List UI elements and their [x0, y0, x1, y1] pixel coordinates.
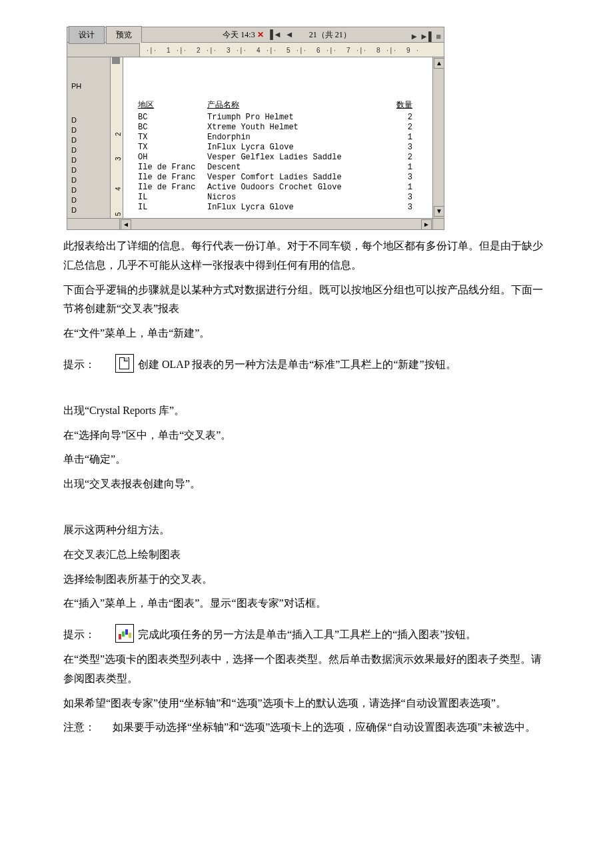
horizontal-ruler: · | · 1 · | · 2 · | · 3 · | · 4 · | · 5 … [67, 43, 444, 57]
paragraph: 单击“确定”。 [63, 450, 550, 469]
stop-icon[interactable]: ■ [436, 29, 441, 44]
section-ph: PH [71, 80, 81, 93]
paragraph: 如果希望“图表专家”使用“坐标轴”和“选项”选项卡上的默认选项，请选择“自动设置… [63, 694, 550, 713]
paragraph: 在“文件”菜单上，单击“新建”。 [63, 324, 550, 343]
vertical-ruler: 2 3 4 5 [111, 57, 123, 218]
report-preview-screenshot: 设计 预览 今天 14:3 ✕ ▐◄ ◄ 21（共 21） ► ►▌ ■ · |… [67, 27, 444, 230]
header-date: 今天 14:3 [223, 30, 255, 39]
tip-row: 提示： 完成此项任务的另一方法是单击“插入工具”工具栏上的“插入图表”按钮。 [63, 625, 550, 645]
cell-product: InFlux Lycra Glove [207, 201, 294, 215]
paragraph: 在交叉表汇总上绘制图表 [63, 545, 550, 565]
scroll-up-icon[interactable]: ▲ [434, 58, 444, 69]
cell-region: IL [138, 201, 147, 215]
table-row: OHVesper Gelflex Ladies Saddle2 [123, 151, 432, 161]
note-label: 注意： [63, 721, 95, 733]
table-row: Ile de FrancActive Oudoors Crochet Glove… [123, 181, 432, 191]
first-icon[interactable]: ▐◄ [267, 29, 282, 39]
close-icon[interactable]: ✕ [257, 30, 264, 39]
prev-icon[interactable]: ◄ [285, 29, 294, 39]
last-icon[interactable]: ►▌ [420, 29, 434, 44]
paragraph: 在“插入”菜单上，单击“图表”。显示“图表专家”对话框。 [63, 594, 550, 613]
next-icon[interactable]: ► [410, 29, 418, 44]
paragraph: 此报表给出了详细的信息。每行代表一份订单。对于不同车锁，每个地区都有多份订单。但… [63, 237, 550, 275]
tab-bar: 设计 预览 今天 14:3 ✕ ▐◄ ◄ 21（共 21） ► ►▌ ■ [67, 27, 444, 43]
page-counter: 21（共 21） [309, 30, 351, 39]
paragraph: 展示这两种分组方法。 [63, 521, 550, 540]
table-row: TXEndorphin1 [123, 131, 432, 141]
table-row: BCXtreme Youth Helmet2 [123, 121, 432, 131]
horizontal-scrollbar[interactable]: ◄ ► [67, 218, 444, 229]
tip-text: 创建 OLAP 报表的另一种方法是单击“标准”工具栏上的“新建”按钮。 [138, 355, 456, 375]
table-row: ILNicros3 [123, 191, 432, 201]
scroll-left-icon[interactable]: ◄ [121, 219, 131, 230]
paragraph: 出现“交叉表报表创建向导”。 [63, 475, 550, 494]
paragraph: 选择绘制图表所基于的交叉表。 [63, 570, 550, 589]
vertical-scrollbar[interactable]: ▲ ▼ [432, 57, 444, 218]
tip-label: 提示： [63, 355, 95, 375]
tip-text: 完成此项任务的另一方法是单击“插入工具”工具栏上的“插入图表”按钮。 [138, 625, 476, 645]
table-row: Ile de FrancDescent1 [123, 161, 432, 171]
note-row: 注意： 如果要手动选择“坐标轴”和“选项”选项卡上的选项，应确保“自动设置图表选… [63, 718, 550, 737]
new-file-icon [115, 354, 134, 373]
table-row: TXInFlux Lycra Glove3 [123, 141, 432, 151]
section-d: D [71, 204, 77, 217]
tab-design[interactable]: 设计 [69, 26, 105, 45]
table-row: BCTriumph Pro Helmet2 [123, 111, 432, 121]
paragraph: 下面合乎逻辑的步骤就是以某种方式对数据进行分组。既可以按地区分组也可以按产品线分… [63, 281, 550, 319]
cell-qty: 3 [408, 201, 412, 215]
paragraph: 在“类型”选项卡的图表类型列表中，选择一个图表类型。然后单击数据演示效果最好的图… [63, 650, 550, 689]
scroll-down-icon[interactable]: ▼ [434, 206, 444, 217]
table-row: Ile de FrancVesper Comfort Ladies Saddle… [123, 171, 432, 181]
section-labels: PH D D D D D D D D D D [67, 57, 111, 218]
scroll-right-icon[interactable]: ► [421, 219, 432, 230]
report-body: 地区 产品名称 数量 BCTriumph Pro Helmet2BCXtreme… [123, 57, 432, 218]
table-row: ILInFlux Lycra Glove3 [123, 201, 432, 211]
paragraph: 在“选择向导”区中，单击“交叉表”。 [63, 426, 550, 445]
chart-icon [115, 624, 134, 643]
paragraph: 出现“Crystal Reports 库”。 [63, 401, 550, 421]
note-text: 如果要手动选择“坐标轴”和“选项”选项卡上的选项，应确保“自动设置图表选项”未被… [113, 721, 536, 733]
tip-label: 提示： [63, 625, 95, 645]
tab-preview[interactable]: 预览 [106, 26, 142, 45]
tip-row: 提示： 创建 OLAP 报表的另一种方法是单击“标准”工具栏上的“新建”按钮。 [63, 355, 550, 375]
